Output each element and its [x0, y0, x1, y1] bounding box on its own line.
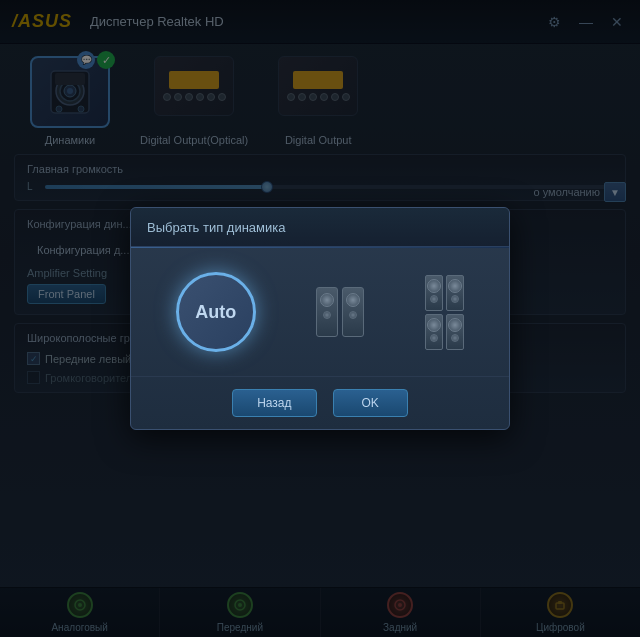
multi-speakers-icon: [425, 275, 464, 350]
spk-cone-ms2: [430, 334, 438, 342]
spk-col-left: [425, 275, 443, 350]
spk-cone-ml1: [427, 279, 441, 293]
modal-overlay: Выбрать тип динамика Auto: [0, 0, 640, 637]
modal-body: Auto: [131, 248, 509, 376]
speaker-type-modal: Выбрать тип динамика Auto: [130, 207, 510, 430]
speaker-option-multi[interactable]: [425, 275, 464, 350]
spk-cone-small-left: [323, 311, 331, 319]
spk-cone-ms1: [430, 295, 438, 303]
speaker-option-auto[interactable]: Auto: [176, 272, 256, 352]
spk-unit-right: [342, 287, 364, 337]
auto-button[interactable]: Auto: [176, 272, 256, 352]
spk-unit-sm-1: [425, 275, 443, 311]
spk-col-right: [446, 275, 464, 350]
spk-unit-left: [316, 287, 338, 337]
spk-cone-large-left: [320, 293, 334, 307]
spk-unit-sm-3: [446, 275, 464, 311]
spk-unit-sm-2: [425, 314, 443, 350]
spk-cone-ms4: [451, 334, 459, 342]
spk-cone-large-right: [346, 293, 360, 307]
spk-cone-ms3: [451, 295, 459, 303]
spk-cone-ml3: [448, 279, 462, 293]
app-window: /ASUS Диспетчер Realtek HD ⚙ — ✕: [0, 0, 640, 637]
spk-cone-ml4: [448, 318, 462, 332]
speaker-option-stereo[interactable]: [305, 282, 375, 342]
ok-button[interactable]: OK: [333, 389, 408, 417]
spk-cone-small-right: [349, 311, 357, 319]
spk-cone-ml2: [427, 318, 441, 332]
modal-footer: Назад OK: [131, 376, 509, 429]
back-button[interactable]: Назад: [232, 389, 316, 417]
stereo-speakers-icon: [305, 282, 375, 342]
modal-title: Выбрать тип динамика: [147, 220, 286, 235]
modal-header: Выбрать тип динамика: [131, 208, 509, 247]
spk-unit-sm-4: [446, 314, 464, 350]
